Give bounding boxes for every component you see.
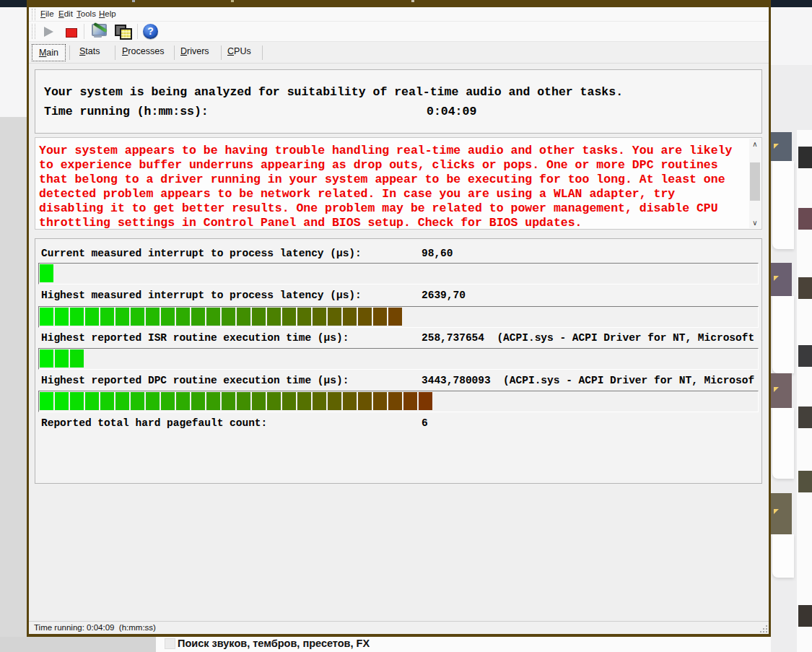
meter-segment bbox=[40, 349, 53, 368]
copy-report-icon[interactable] bbox=[113, 22, 134, 42]
meter-segment bbox=[267, 308, 281, 326]
background-white-card bbox=[772, 534, 794, 578]
meter-segment bbox=[70, 349, 84, 368]
meter-segment bbox=[282, 308, 296, 326]
menu-file[interactable]: File bbox=[40, 9, 54, 18]
help-icon[interactable]: ? bbox=[143, 24, 158, 39]
meter-label: Current measured interrupt to process la… bbox=[41, 248, 362, 259]
meter-segment bbox=[388, 308, 402, 326]
meter-segment bbox=[237, 392, 250, 410]
copy-front-glyph bbox=[120, 28, 132, 40]
cursor-artifact-icon bbox=[774, 144, 779, 149]
tab-processes[interactable]: Processes bbox=[122, 46, 164, 56]
titlebar-artifact bbox=[132, 0, 135, 2]
play-icon[interactable] bbox=[44, 27, 53, 37]
options-icon[interactable] bbox=[90, 22, 110, 42]
meter-bar bbox=[38, 306, 759, 328]
titlebar-artifact bbox=[411, 0, 414, 2]
meter-segment bbox=[55, 349, 69, 368]
warning-line: to experience buffer underruns appearing… bbox=[39, 158, 718, 173]
meter-segment bbox=[146, 392, 160, 410]
tab-stats[interactable]: Stats bbox=[79, 46, 100, 56]
meter-segment bbox=[358, 392, 372, 410]
meter-value: 2639,70 bbox=[422, 290, 466, 301]
measurements-box: Current measured interrupt to process la… bbox=[35, 238, 762, 484]
menu-help[interactable]: Help bbox=[99, 9, 116, 18]
tab-main[interactable]: Main bbox=[32, 44, 66, 61]
background-thumbnail-card bbox=[769, 132, 792, 161]
meter-segment bbox=[206, 308, 220, 326]
background-white-card bbox=[772, 161, 794, 249]
background-left-light bbox=[0, 7, 27, 117]
meter-segment bbox=[419, 392, 432, 410]
background-white-card bbox=[772, 408, 794, 479]
menu-tools[interactable]: Tools bbox=[77, 9, 96, 18]
warning-line: detected problem appears to be network r… bbox=[39, 187, 675, 201]
background-small-thumbnail bbox=[798, 605, 812, 627]
toolbar: ? bbox=[29, 22, 769, 42]
meter-segment bbox=[115, 392, 129, 410]
meter-label: Highest reported DPC routine execution t… bbox=[41, 375, 349, 386]
meter-segment bbox=[267, 392, 281, 410]
warning-scrollbar[interactable]: ∧ ∨ bbox=[749, 139, 761, 228]
tab-separator bbox=[221, 45, 222, 60]
meter-segment bbox=[115, 308, 129, 326]
meter-segment bbox=[282, 392, 296, 410]
tab-cpus[interactable]: CPUs bbox=[227, 46, 251, 56]
analysis-intro-text: Your system is being analyzed for suitab… bbox=[44, 85, 623, 99]
meter-segment bbox=[313, 392, 326, 410]
meter-segment bbox=[161, 308, 175, 326]
window-content: File Edit Tools Help bbox=[29, 7, 769, 634]
meter-segment bbox=[222, 308, 235, 326]
scrollbar-thumb[interactable] bbox=[750, 162, 760, 201]
tab-separator bbox=[69, 45, 70, 60]
menu-bar: File Edit Tools Help bbox=[29, 7, 769, 22]
screen: Поиск звуков, тембров, пресетов, FX File… bbox=[0, 0, 812, 652]
meter-segment bbox=[176, 308, 190, 326]
time-running-value: 0:04:09 bbox=[427, 105, 476, 118]
tab-separator bbox=[115, 45, 115, 60]
meter-segment bbox=[328, 308, 341, 326]
background-bottom-gray bbox=[0, 637, 156, 652]
resize-grip[interactable] bbox=[759, 625, 767, 633]
meter-segment bbox=[313, 308, 326, 326]
meter-segment bbox=[100, 392, 114, 410]
meter-segment bbox=[222, 392, 235, 410]
meter-value: 98,60 bbox=[422, 248, 453, 259]
background-small-thumbnail bbox=[798, 471, 812, 492]
meter-value: 258,737654 (ACPI.sys - ACPI Driver for N… bbox=[422, 332, 754, 344]
meter-bar bbox=[38, 348, 759, 370]
stop-icon[interactable] bbox=[66, 28, 77, 38]
background-white-card bbox=[772, 296, 794, 373]
analysis-summary-box: Your system is being analyzed for suitab… bbox=[35, 69, 762, 134]
meter-row: Current measured interrupt to process la… bbox=[35, 248, 760, 261]
scroll-down-icon[interactable]: ∨ bbox=[749, 217, 761, 228]
scroll-up-icon[interactable]: ∧ bbox=[749, 139, 761, 149]
toolbar-gripper[interactable] bbox=[32, 24, 35, 39]
tab-separator bbox=[262, 45, 263, 60]
meter-segment bbox=[131, 392, 144, 410]
tab-drivers[interactable]: Drivers bbox=[180, 46, 209, 56]
meter-segment bbox=[343, 392, 357, 410]
meter-row: Reported total hard pagefault count: 6 bbox=[35, 417, 760, 430]
meter-segment bbox=[403, 392, 417, 410]
meter-segment bbox=[191, 392, 205, 410]
meter-value: 6 bbox=[422, 417, 428, 429]
background-small-thumbnail bbox=[798, 208, 812, 230]
meter-label: Highest measured interrupt to process la… bbox=[41, 290, 362, 301]
titlebar-artifact bbox=[231, 0, 234, 2]
background-window-text: Поиск звуков, тембров, пресетов, FX bbox=[178, 638, 370, 649]
tab-separator bbox=[174, 45, 175, 60]
meter-segment bbox=[161, 392, 175, 410]
menu-edit[interactable]: Edit bbox=[58, 9, 73, 18]
meter-segment bbox=[70, 308, 84, 326]
meter-segment bbox=[237, 308, 250, 326]
meter-row: Highest reported ISR routine execution t… bbox=[35, 332, 760, 345]
meter-segment bbox=[343, 308, 357, 326]
toolbar-gripper[interactable] bbox=[32, 9, 35, 20]
warning-line: that belong to a driver running in your … bbox=[39, 173, 725, 187]
meter-bar bbox=[38, 391, 759, 412]
meter-segment bbox=[358, 308, 372, 326]
meter-segment bbox=[85, 392, 99, 410]
status-text: Time running: 0:04:09 (h:mm:ss) bbox=[34, 623, 156, 632]
